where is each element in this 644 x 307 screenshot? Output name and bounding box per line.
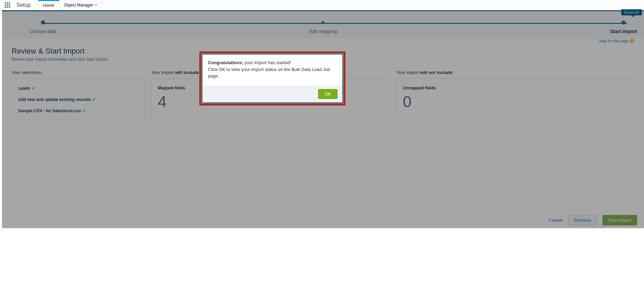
top-nav-bar: Setup Home Object Manager ▾ [0,0,644,10]
setup-title: Setup [16,2,31,8]
modal-line-2: Click OK to view your import status on t… [208,66,337,79]
modal-body: Congratulations, your import has started… [203,55,342,86]
chevron-down-icon: ▾ [95,3,97,7]
tab-object-manager[interactable]: Object Manager ▾ [59,0,102,10]
modal-footer: OK [203,86,342,102]
tab-home-label: Home [43,3,54,8]
modal-backdrop [2,10,644,228]
tab-object-manager-label: Object Manager [64,3,93,8]
confirmation-modal-highlight: Congratulations, your import has started… [199,52,345,105]
modal-line-1-rest: your import has started! [243,60,291,65]
modal-line-1: Congratulations, your import has started… [208,59,337,66]
ok-button[interactable]: OK [318,89,338,99]
tab-home[interactable]: Home [38,0,59,10]
confirmation-modal: Congratulations, your import has started… [203,55,342,102]
modal-congrats-label: Congratulations, [208,60,243,65]
app-launcher-icon[interactable] [5,2,10,8]
